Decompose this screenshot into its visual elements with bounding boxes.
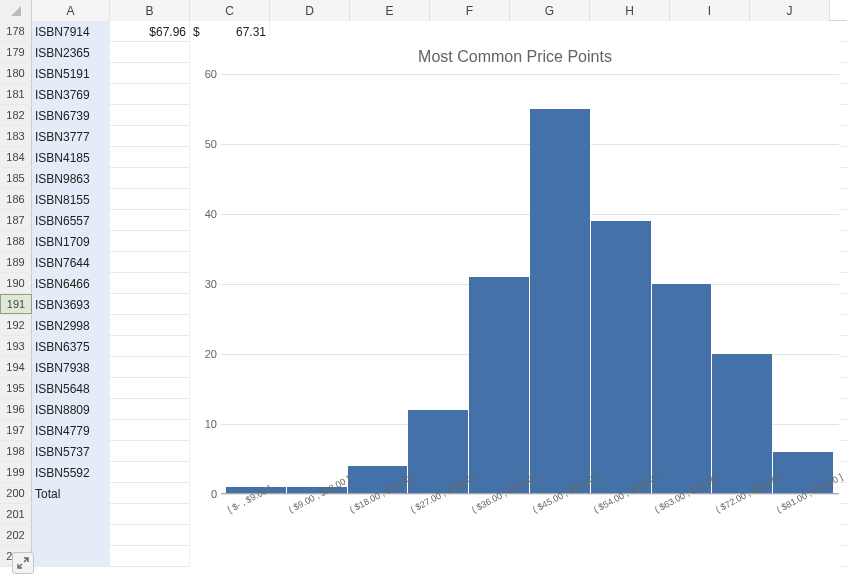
cell-B189[interactable] [110, 252, 190, 273]
row-header-188[interactable]: 188 [0, 231, 32, 251]
cell-A200[interactable]: Total [32, 483, 110, 504]
row-header-197[interactable]: 197 [0, 420, 32, 440]
expand-icon[interactable] [12, 552, 34, 574]
cell-A195[interactable]: ISBN5648 [32, 378, 110, 399]
row-header-189[interactable]: 189 [0, 252, 32, 272]
cell-A189[interactable]: ISBN7644 [32, 252, 110, 273]
chart-bar-5[interactable] [530, 109, 591, 494]
cell-B193[interactable] [110, 336, 190, 357]
col-header-D[interactable]: D [270, 0, 350, 21]
chart-bar-6[interactable] [591, 221, 652, 494]
row-header-178[interactable]: 178 [0, 21, 32, 41]
chart-bar-7[interactable] [652, 284, 713, 494]
row-header-192[interactable]: 192 [0, 315, 32, 335]
chart-bar-4[interactable] [469, 277, 530, 494]
row-header-195[interactable]: 195 [0, 378, 32, 398]
cell-B198[interactable] [110, 441, 190, 462]
cell-A186[interactable]: ISBN8155 [32, 189, 110, 210]
select-all-corner[interactable] [0, 0, 32, 21]
cell-B187[interactable] [110, 210, 190, 231]
row-header-198[interactable]: 198 [0, 441, 32, 461]
cell-A193[interactable]: ISBN6375 [32, 336, 110, 357]
cell-A178[interactable]: ISBN7914 [32, 21, 110, 42]
x-axis-labels: [ $- , $9.00 ]( $9.00 , $18.00 ]( $18.00… [221, 494, 839, 554]
cell-B179[interactable] [110, 42, 190, 63]
cell-B199[interactable] [110, 462, 190, 483]
chart-plot-area[interactable]: 0102030405060 [221, 74, 839, 494]
cell-B195[interactable] [110, 378, 190, 399]
row-header-190[interactable]: 190 [0, 273, 32, 293]
col-header-H[interactable]: H [590, 0, 670, 21]
cell-B184[interactable] [110, 147, 190, 168]
cell-B197[interactable] [110, 420, 190, 441]
row-header-183[interactable]: 183 [0, 126, 32, 146]
row-header-194[interactable]: 194 [0, 357, 32, 377]
cell-B203[interactable] [110, 546, 190, 567]
row-header-182[interactable]: 182 [0, 105, 32, 125]
row-header-186[interactable]: 186 [0, 189, 32, 209]
cell-A180[interactable]: ISBN5191 [32, 63, 110, 84]
cell-A199[interactable]: ISBN5592 [32, 462, 110, 483]
cell-B185[interactable] [110, 168, 190, 189]
row-header-179[interactable]: 179 [0, 42, 32, 62]
col-header-J[interactable]: J [750, 0, 830, 21]
cell-A184[interactable]: ISBN4185 [32, 147, 110, 168]
cell-B182[interactable] [110, 105, 190, 126]
cell-B190[interactable] [110, 273, 190, 294]
cell-B202[interactable] [110, 525, 190, 546]
cell-A183[interactable]: ISBN3777 [32, 126, 110, 147]
cell-B186[interactable] [110, 189, 190, 210]
cell-B188[interactable] [110, 231, 190, 252]
chart-bar-8[interactable] [712, 354, 773, 494]
row-header-199[interactable]: 199 [0, 462, 32, 482]
cell-B180[interactable] [110, 63, 190, 84]
cell-A185[interactable]: ISBN9863 [32, 168, 110, 189]
chart-container[interactable]: Most Common Price Points 0102030405060 [… [190, 41, 840, 581]
row-header-180[interactable]: 180 [0, 63, 32, 83]
cell-A188[interactable]: ISBN1709 [32, 231, 110, 252]
chart-bars[interactable] [221, 74, 839, 494]
col-header-G[interactable]: G [510, 0, 590, 21]
col-header-E[interactable]: E [350, 0, 430, 21]
cell-B200[interactable] [110, 483, 190, 504]
cell-A194[interactable]: ISBN7938 [32, 357, 110, 378]
cell-A202[interactable] [32, 525, 110, 546]
cell-C178[interactable]: $67.31 [190, 21, 270, 42]
cell-A182[interactable]: ISBN6739 [32, 105, 110, 126]
row-header-181[interactable]: 181 [0, 84, 32, 104]
cell-A187[interactable]: ISBN6557 [32, 210, 110, 231]
cell-B178[interactable]: $67.96 [110, 21, 190, 42]
row-header-191[interactable]: 191 [0, 294, 32, 314]
cell-A197[interactable]: ISBN4779 [32, 420, 110, 441]
col-header-C[interactable]: C [190, 0, 270, 21]
row-header-185[interactable]: 185 [0, 168, 32, 188]
cell-B191[interactable] [110, 294, 190, 315]
cell-A181[interactable]: ISBN3769 [32, 84, 110, 105]
row-header-200[interactable]: 200 [0, 483, 32, 503]
y-tick-label: 40 [205, 208, 217, 220]
row-header-196[interactable]: 196 [0, 399, 32, 419]
cell-B183[interactable] [110, 126, 190, 147]
cell-A179[interactable]: ISBN2365 [32, 42, 110, 63]
cell-B192[interactable] [110, 315, 190, 336]
cell-A198[interactable]: ISBN5737 [32, 441, 110, 462]
row-header-187[interactable]: 187 [0, 210, 32, 230]
col-header-I[interactable]: I [670, 0, 750, 21]
row-header-193[interactable]: 193 [0, 336, 32, 356]
cell-B194[interactable] [110, 357, 190, 378]
cell-A192[interactable]: ISBN2998 [32, 315, 110, 336]
col-header-F[interactable]: F [430, 0, 510, 21]
cell-A196[interactable]: ISBN8809 [32, 399, 110, 420]
cell-A190[interactable]: ISBN6466 [32, 273, 110, 294]
col-header-A[interactable]: A [32, 0, 110, 21]
row-header-202[interactable]: 202 [0, 525, 32, 545]
row-header-201[interactable]: 201 [0, 504, 32, 524]
cell-A203[interactable] [32, 546, 110, 567]
cell-B201[interactable] [110, 504, 190, 525]
cell-A201[interactable] [32, 504, 110, 525]
col-header-B[interactable]: B [110, 0, 190, 21]
row-header-184[interactable]: 184 [0, 147, 32, 167]
cell-A191[interactable]: ISBN3693 [32, 294, 110, 315]
cell-B181[interactable] [110, 84, 190, 105]
cell-B196[interactable] [110, 399, 190, 420]
